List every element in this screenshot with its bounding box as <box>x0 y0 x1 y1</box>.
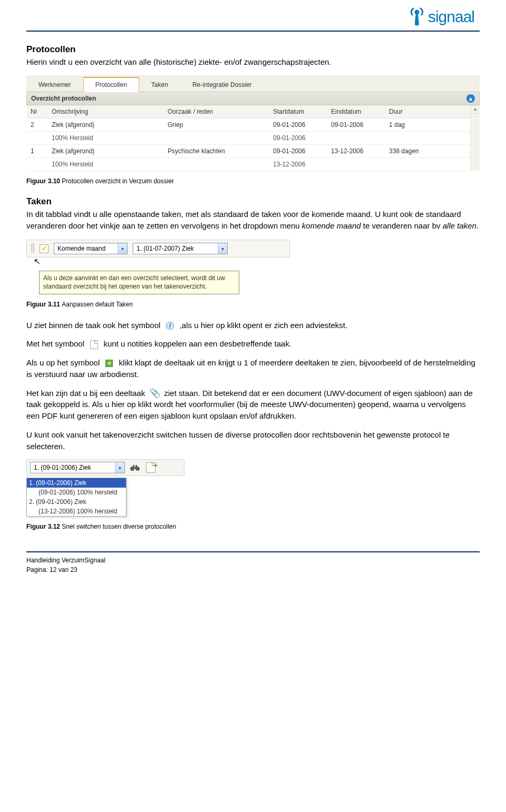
col-omschrijving: Omschrijving <box>47 105 163 118</box>
paperclip-icon: 📎 <box>149 389 160 399</box>
col-oorzaak: Oorzaak / reden <box>163 105 269 118</box>
tooltip-default-overzicht: Als u deze aanvinkt en dan een overzicht… <box>39 271 239 294</box>
switch-combo[interactable]: ▾ <box>30 462 125 473</box>
screenshot-default-taken: ▾ ▾ ↖ Als u deze aanvinkt en dan een ove… <box>26 240 290 294</box>
taken-intro: In dit tabblad vindt u alle openstaande … <box>26 209 480 232</box>
tab-reintegratie-dossier[interactable]: Re-integratie Dossier <box>180 77 264 92</box>
note-icon <box>89 340 99 349</box>
cursor-icon: ↖ <box>34 256 290 266</box>
tab-taken[interactable]: Taken <box>139 77 180 92</box>
chevron-down-icon[interactable]: ▾ <box>115 462 124 473</box>
col-einddatum: Einddatum <box>327 105 385 118</box>
screenshot-protocol-switch: ▾ 1. (09-01-2006) Ziek (09-01-2006) 100%… <box>26 459 184 517</box>
switch-toolbar: ▾ <box>26 459 184 476</box>
svg-point-0 <box>414 10 419 15</box>
scroll-up-icon[interactable]: ▲ <box>471 105 480 114</box>
brand-logo: signaal <box>408 6 474 27</box>
table-header-row: Nr Omschrijving Oorzaak / reden Startdat… <box>26 105 470 118</box>
collapse-toggle-icon[interactable]: ▲ <box>466 94 475 103</box>
taken-p-info-icon: U ziet binnen de taak ook het symbool i … <box>26 320 480 331</box>
heading-protocollen: Protocollen <box>26 44 480 55</box>
signal-icon <box>408 6 426 27</box>
footer-page: Pagina: 12 van 23 <box>26 565 480 575</box>
col-startdatum: Startdatum <box>269 105 327 118</box>
col-nr: Nr <box>26 105 47 118</box>
intro-protocollen: Hierin vindt u een overzicht van alle (h… <box>26 56 480 68</box>
list-item[interactable]: 2. (09-01-2006) Ziek <box>27 497 126 507</box>
footer: Handleiding VerzuimSignaal Pagina: 12 va… <box>26 556 480 575</box>
caption-3-10: Figuur 3.10 Protocollen overzicht in Ver… <box>26 177 480 185</box>
taken-p-switch-protocols: U kunt ook vanuit het takenoverzicht swi… <box>26 429 480 452</box>
caption-3-12: Figuur 3.12 Snel switchen tussen diverse… <box>26 523 480 530</box>
chevron-down-icon[interactable]: ▾ <box>118 243 127 254</box>
default-checkbox[interactable] <box>40 244 48 253</box>
svg-rect-5 <box>134 467 136 469</box>
add-note-icon[interactable] <box>145 462 157 473</box>
view-selector-value[interactable] <box>54 244 118 253</box>
table-row[interactable]: 100% Hersteld 09-01-2006 <box>26 131 470 144</box>
scrollbar-vertical[interactable]: ▲ <box>470 105 480 171</box>
logo-row: signaal <box>26 6 480 27</box>
protocol-listbox[interactable]: 1. (09-01-2006) Ziek (09-01-2006) 100% h… <box>26 478 126 517</box>
heading-taken: Taken <box>26 196 480 207</box>
view-selector[interactable]: ▾ <box>54 243 128 254</box>
table-row[interactable]: 1 Ziek (afgerond) Psychische klachten 09… <box>26 144 470 157</box>
brand-text: signaal <box>428 8 474 26</box>
taken-p-note-icon: Met het symbool kunt u notities koppelen… <box>26 338 480 350</box>
taken-p-plus-icon: Als u op het symbool + klikt klapt de de… <box>26 357 480 380</box>
panel-header: Overzicht protocollen ▲ <box>26 92 480 105</box>
taken-toolbar: ▾ ▾ <box>26 240 290 258</box>
drag-handle-icon[interactable] <box>31 244 34 253</box>
expand-plus-icon: + <box>104 359 114 368</box>
binoculars-icon[interactable] <box>129 462 141 473</box>
table-row[interactable]: 2 Ziek (afgerond) Griep 09-01-2006 09-01… <box>26 118 470 131</box>
protocol-table: Nr Omschrijving Oorzaak / reden Startdat… <box>26 105 470 171</box>
footer-title: Handleiding VerzuimSignaal <box>26 556 480 565</box>
taken-p-clip-icon: Het kan zijn dat u bij een deeltaak 📎 zi… <box>26 388 480 422</box>
tab-protocollen[interactable]: Protocollen <box>83 77 139 92</box>
table-row[interactable]: 100% Hersteld 13-12-2006 <box>26 157 470 171</box>
caption-3-11: Figuur 3.11 Aanpassen default Taken <box>26 301 480 308</box>
switch-combo-value[interactable] <box>31 463 115 472</box>
col-duur: Duur <box>385 105 470 118</box>
panel-title: Overzicht protocollen <box>31 95 96 102</box>
screenshot-protocollen-overzicht: Werknemer Protocollen Taken Re-integrati… <box>26 75 480 171</box>
info-icon: i <box>165 321 176 331</box>
tab-werknemer[interactable]: Werknemer <box>26 77 83 92</box>
list-item[interactable]: 1. (09-01-2006) Ziek <box>27 478 126 488</box>
list-item[interactable]: (09-01-2006) 100% hersteld <box>27 488 126 497</box>
header-rule <box>26 31 480 32</box>
list-item[interactable]: (13-12-2006) 100% hersteld <box>27 507 126 516</box>
protocol-selector-value[interactable] <box>133 244 218 253</box>
protocol-selector[interactable]: ▾ <box>133 243 228 254</box>
footer-rule <box>26 551 480 552</box>
tabs-bar: Werknemer Protocollen Taken Re-integrati… <box>26 75 480 92</box>
chevron-down-icon[interactable]: ▾ <box>218 243 227 254</box>
